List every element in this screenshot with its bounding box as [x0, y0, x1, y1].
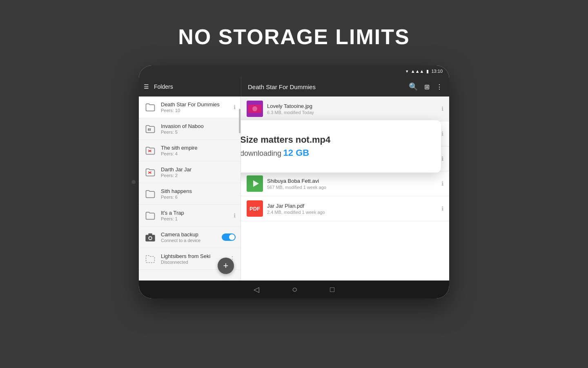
app-bar-actions: 🔍 ⊞ ⋮ [409, 82, 443, 91]
sidebar-item-sith-empire[interactable]: The sith empire Peers: 4 [139, 140, 241, 162]
folder-icon [144, 166, 157, 179]
sidebar-item-darth-jar-jar[interactable]: Darth Jar Jar Peers: 2 [139, 162, 241, 183]
info-icon[interactable]: ℹ [441, 130, 443, 137]
sidebar-item-peers: Peers: 1 [161, 216, 232, 221]
sidebar-item-text: Lightsibers from Seki Disconnected [161, 253, 227, 265]
sidebar-item-sith-happens[interactable]: Sith happens Peers: 6 [139, 183, 241, 205]
info-icon[interactable]: ℹ [441, 180, 443, 187]
sidebar-item-text: It's a Trap Peers: 1 [161, 210, 232, 221]
file-meta: 2.4 MB, modified 1 week ago [267, 210, 439, 215]
scrollbar[interactable] [239, 109, 241, 133]
sidebar-item-trap[interactable]: It's a Trap Peers: 1 ℹ [139, 205, 241, 227]
app-bar-right: Death Star For Dummies 🔍 ⊞ ⋮ [241, 82, 449, 91]
status-bar-icons: ▾ ▲▲▲ ▮ 13:10 [406, 69, 443, 74]
sidebar-item-text: Camera backup Connect to a device [161, 231, 219, 243]
right-panel: Lovely Tatooine.jpg 6.3 MB, modified Tod… [241, 96, 449, 280]
add-folder-icon[interactable]: ⊞ [424, 83, 430, 91]
svg-point-8 [149, 237, 151, 239]
download-status: downloading 12 GB [241, 148, 330, 158]
sidebar-item-text: Death Star For Dummies Peers: 10 [161, 101, 232, 113]
sidebar-item-peers: Peers: 4 [161, 151, 236, 156]
file-name: Lovely Tatooine.jpg [267, 103, 439, 109]
file-info: Jar Jar Plan.pdf 2.4 MB, modified 1 week… [267, 203, 439, 215]
svg-point-12 [252, 106, 257, 111]
folder-icon [144, 122, 157, 135]
folders-label: Folders [154, 83, 173, 90]
more-vert-icon[interactable]: ⋮ [436, 83, 443, 91]
hamburger-icon[interactable]: ☰ [144, 84, 149, 90]
sidebar: Death Star For Dummies Peers: 10 ℹ Invas… [139, 96, 241, 280]
download-text: Size matters not.mp4 downloading 12 GB [241, 135, 330, 158]
app-bar: ☰ Folders Death Star For Dummies 🔍 ⊞ ⋮ [139, 77, 449, 96]
file-thumbnail: PDF [247, 200, 263, 217]
sidebar-item-name: It's a Trap [161, 210, 232, 216]
folder-icon [144, 187, 157, 200]
fab-button[interactable]: + [218, 258, 234, 274]
file-item-jarjar[interactable]: PDF Jar Jar Plan.pdf 2.4 MB, modified 1 … [241, 196, 449, 221]
home-button[interactable]: ○ [292, 284, 297, 295]
sidebar-item-text: Invasion of Naboo Peers: 5 [161, 123, 236, 135]
sidebar-item-name: Lightsibers from Seki [161, 253, 227, 259]
file-info: Shibuya Boba Fett.avi 567 MB, modified 1… [267, 178, 439, 190]
downloading-label: downloading [241, 149, 281, 157]
sidebar-item-camera[interactable]: Camera backup Connect to a device [139, 227, 241, 248]
info-icon[interactable]: ℹ [441, 205, 443, 212]
file-info: Lovely Tatooine.jpg 6.3 MB, modified Tod… [267, 103, 439, 115]
wifi-icon: ▾ [406, 69, 408, 74]
file-meta: 567 MB, modified 1 week ago [267, 185, 439, 190]
sidebar-item-peers: Peers: 10 [161, 108, 232, 113]
folder-icon [144, 144, 157, 157]
sidebar-item-naboo[interactable]: Invasion of Naboo Peers: 5 [139, 118, 241, 140]
info-icon[interactable]: ℹ [234, 212, 236, 219]
info-icon[interactable]: ℹ [234, 104, 236, 110]
download-size: 12 GB [283, 148, 310, 158]
sidebar-item-text: Darth Jar Jar Peers: 2 [161, 166, 236, 178]
info-icon[interactable]: ℹ [441, 105, 443, 112]
file-meta: 6.3 MB, modified Today [267, 110, 439, 115]
signal-icon: ▲▲▲ [411, 69, 424, 74]
folder-dashed-icon [144, 252, 157, 265]
download-popup: ✕ Size matters not.mp4 downloading 12 GB [241, 120, 441, 173]
folder-icon [144, 101, 157, 114]
sidebar-item-peers: Peers: 6 [161, 195, 236, 200]
sidebar-item-name: Darth Jar Jar [161, 166, 236, 173]
sidebar-item-name: Sith happens [161, 188, 236, 194]
page-title: NO STORAGE LIMITS [178, 25, 410, 49]
status-bar: ▾ ▲▲▲ ▮ 13:10 [139, 65, 449, 77]
svg-rect-9 [148, 233, 152, 236]
camera-toggle[interactable] [222, 233, 236, 241]
side-indicator [131, 180, 136, 184]
bottom-nav: ◁ ○ □ [139, 280, 449, 298]
sidebar-item-name: Camera backup [161, 231, 219, 238]
back-button[interactable]: ◁ [254, 285, 259, 294]
sidebar-item-name: Death Star For Dummies [161, 101, 232, 108]
file-name: Jar Jar Plan.pdf [267, 203, 439, 209]
sidebar-item-text: The sith empire Peers: 4 [161, 145, 236, 156]
sidebar-item-name: The sith empire [161, 145, 236, 151]
sidebar-item-peers: Peers: 2 [161, 173, 236, 178]
file-item-shibuya[interactable]: Shibuya Boba Fett.avi 567 MB, modified 1… [241, 171, 449, 196]
file-thumbnail [247, 101, 263, 117]
tablet-frame: ▾ ▲▲▲ ▮ 13:10 ☰ Folders Death Star For D… [139, 65, 449, 298]
sidebar-item-death-star[interactable]: Death Star For Dummies Peers: 10 ℹ [139, 96, 241, 118]
sidebar-item-text: Sith happens Peers: 6 [161, 188, 236, 200]
file-item-tatooine[interactable]: Lovely Tatooine.jpg 6.3 MB, modified Tod… [241, 96, 449, 121]
file-name: Shibuya Boba Fett.avi [267, 178, 439, 184]
camera-icon [144, 231, 157, 244]
time-display: 13:10 [431, 69, 443, 74]
download-filename: Size matters not.mp4 [241, 135, 330, 145]
battery-icon: ▮ [426, 69, 429, 74]
main-content: Death Star For Dummies Peers: 10 ℹ Invas… [139, 96, 449, 280]
app-bar-left: ☰ Folders [139, 83, 241, 90]
file-thumbnail [247, 175, 263, 192]
recent-button[interactable]: □ [330, 285, 334, 294]
folder-icon [144, 209, 157, 222]
app-bar-title: Death Star For Dummies [248, 83, 316, 90]
info-icon[interactable]: ℹ [441, 155, 443, 162]
sidebar-item-name: Invasion of Naboo [161, 123, 236, 129]
search-icon[interactable]: 🔍 [409, 82, 418, 91]
sidebar-item-peers: Connect to a device [161, 238, 219, 243]
sidebar-item-peers: Peers: 5 [161, 130, 236, 135]
